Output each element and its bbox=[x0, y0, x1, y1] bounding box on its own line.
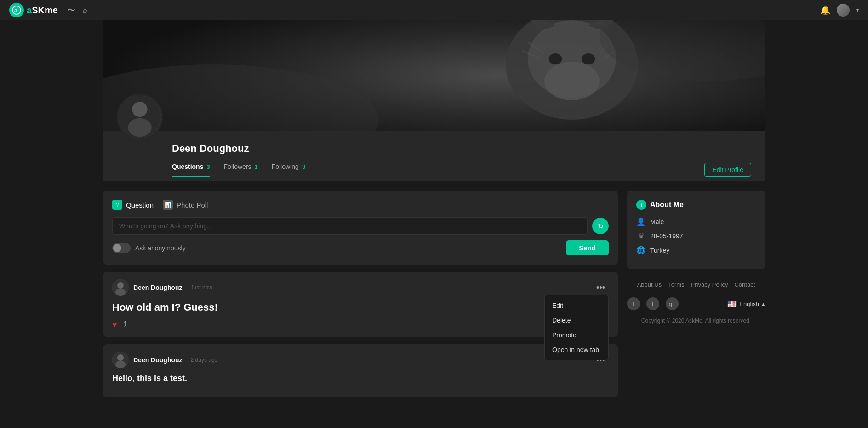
left-column: ? Question 📊 Photo Poll ↻ bbox=[103, 191, 618, 405]
cover-photo bbox=[103, 20, 765, 131]
birthday-value: 28-05-1997 bbox=[650, 232, 683, 240]
post-user-2: Deen Doughouz 2 days ago bbox=[112, 352, 217, 368]
about-title: i About Me bbox=[636, 200, 756, 210]
post-time-1: Just now bbox=[191, 284, 212, 291]
trending-icon[interactable]: 〜 bbox=[67, 5, 75, 16]
tab-questions[interactable]: Questions 3 bbox=[172, 163, 210, 177]
nav-avatar-circle bbox=[837, 4, 850, 17]
poll-tab-label: Photo Poll bbox=[177, 201, 208, 209]
svg-point-18 bbox=[128, 118, 152, 137]
post-header-1: Deen Doughouz Just now ••• bbox=[112, 279, 609, 296]
dropdown-promote[interactable]: Promote bbox=[545, 328, 608, 342]
svg-point-8 bbox=[549, 53, 562, 64]
svg-point-21 bbox=[115, 289, 126, 296]
svg-point-23 bbox=[117, 354, 124, 361]
post-avatar-1 bbox=[112, 279, 129, 296]
logo[interactable]: a aSKme bbox=[9, 3, 58, 17]
profile-name: Deen Doughouz bbox=[172, 143, 249, 154]
location-value: Turkey bbox=[650, 247, 669, 254]
gender-icon: 👤 bbox=[636, 217, 645, 226]
bell-icon[interactable]: 🔔 bbox=[820, 5, 830, 15]
poll-tab-icon: 📊 bbox=[163, 200, 173, 210]
footer-link-privacy[interactable]: Privacy Policy bbox=[691, 281, 728, 288]
ask-input[interactable] bbox=[112, 217, 588, 235]
svg-point-17 bbox=[132, 102, 147, 117]
footer-link-about[interactable]: About Us bbox=[637, 281, 662, 288]
post-dropdown-1: Edit Delete Promote Open in new tab bbox=[544, 295, 609, 360]
footer-link-terms[interactable]: Terms bbox=[668, 281, 684, 288]
share-button-1[interactable]: ⤴ bbox=[123, 320, 127, 330]
question-tab-label: Question bbox=[126, 201, 154, 209]
language-label: English bbox=[739, 301, 759, 307]
post-content-2: Hello, this is a test. bbox=[112, 374, 609, 383]
post-username-1: Deen Doughouz bbox=[133, 284, 183, 291]
footer-links: About Us Terms Privacy Policy Contact bbox=[627, 277, 765, 293]
post-card-1: Deen Doughouz Just now ••• How old am I?… bbox=[103, 272, 618, 337]
post-avatar-2 bbox=[112, 352, 129, 368]
post-time-2: 2 days ago bbox=[191, 357, 218, 363]
dropdown-delete[interactable]: Delete bbox=[545, 313, 608, 328]
dropdown-open-new-tab[interactable]: Open in new tab bbox=[545, 342, 608, 357]
post-content-1: How old am I? Guess! bbox=[112, 301, 609, 313]
footer-copyright: Copyright © 2020 AskMe. All rights reser… bbox=[627, 315, 765, 327]
avatar bbox=[117, 94, 163, 140]
refresh-button[interactable]: ↻ bbox=[592, 218, 609, 234]
post-menu-button-1[interactable]: ••• bbox=[593, 281, 609, 295]
about-title-text: About Me bbox=[650, 201, 684, 209]
user-avatar-nav[interactable] bbox=[837, 4, 850, 17]
svg-point-20 bbox=[117, 282, 124, 289]
footer-link-contact[interactable]: Contact bbox=[734, 281, 755, 288]
anon-toggle-switch[interactable] bbox=[112, 243, 131, 253]
tab-followers[interactable]: Followers 1 bbox=[224, 163, 258, 177]
like-button-1[interactable]: ♥ bbox=[112, 320, 117, 330]
lang-arrow: ▴ bbox=[762, 301, 765, 307]
location-icon: 🌐 bbox=[636, 246, 645, 254]
navbar-icons: 〜 ⌕ bbox=[67, 5, 88, 16]
toggle-knob bbox=[113, 244, 121, 252]
navbar: a aSKme 〜 ⌕ 🔔 ▾ bbox=[0, 0, 868, 20]
search-icon[interactable]: ⌕ bbox=[83, 6, 88, 15]
question-tab-icon: ? bbox=[112, 200, 122, 210]
birthday-icon: ♛ bbox=[636, 231, 645, 240]
right-column: i About Me 👤 Male ♛ 28-05-1997 🌐 Turkey bbox=[627, 191, 765, 327]
svg-point-24 bbox=[115, 361, 126, 368]
about-gender: 👤 Male bbox=[636, 217, 756, 226]
profile-tabs: Questions 3 Followers 1 Following 3 bbox=[172, 163, 305, 177]
ask-box: ? Question 📊 Photo Poll ↻ bbox=[103, 191, 618, 265]
tab-followers-count: 1 bbox=[254, 163, 257, 170]
facebook-icon[interactable]: f bbox=[627, 297, 640, 310]
ask-input-row: ↻ bbox=[112, 217, 609, 235]
tab-following-count: 3 bbox=[302, 163, 305, 170]
about-location: 🌐 Turkey bbox=[636, 246, 756, 254]
svg-text:a: a bbox=[14, 7, 17, 14]
anon-toggle: Ask anonymously bbox=[112, 243, 186, 253]
send-button[interactable]: Send bbox=[566, 240, 609, 255]
post-header-2: Deen Doughouz 2 days ago ••• bbox=[112, 352, 609, 368]
gender-value: Male bbox=[650, 218, 664, 226]
anon-label: Ask anonymously bbox=[135, 244, 186, 252]
tab-questions-label: Questions bbox=[172, 163, 203, 170]
ask-tabs: ? Question 📊 Photo Poll bbox=[112, 200, 609, 210]
info-icon: i bbox=[636, 200, 646, 210]
svg-point-7 bbox=[544, 62, 600, 100]
about-card: i About Me 👤 Male ♛ 28-05-1997 🌐 Turkey bbox=[627, 191, 765, 269]
nav-dropdown-arrow[interactable]: ▾ bbox=[856, 7, 859, 13]
googleplus-icon[interactable]: g+ bbox=[666, 297, 679, 310]
ask-footer: Ask anonymously Send bbox=[112, 240, 609, 255]
profile-name-area: Deen Doughouz bbox=[172, 143, 249, 155]
twitter-icon[interactable]: t bbox=[646, 297, 659, 310]
profile-section: Deen Doughouz Questions 3 Followers 1 Fo… bbox=[103, 131, 765, 181]
tab-following[interactable]: Following 3 bbox=[272, 163, 305, 177]
profile-tabs-bar: Questions 3 Followers 1 Following 3 Edit… bbox=[103, 158, 765, 181]
poll-tab[interactable]: 📊 Photo Poll bbox=[163, 200, 208, 210]
language-selector[interactable]: 🇺🇸 English ▴ bbox=[727, 300, 765, 308]
edit-profile-button[interactable]: Edit Profile bbox=[704, 163, 751, 177]
flag-icon: 🇺🇸 bbox=[727, 300, 737, 308]
navbar-right: 🔔 ▾ bbox=[820, 4, 859, 17]
question-tab[interactable]: ? Question bbox=[112, 200, 154, 210]
logo-text: aSKme bbox=[27, 5, 58, 16]
post-card-2: Deen Doughouz 2 days ago ••• Hello, this… bbox=[103, 344, 618, 397]
footer-social: f t g+ 🇺🇸 English ▴ bbox=[627, 293, 765, 315]
logo-icon: a bbox=[9, 3, 24, 17]
dropdown-edit[interactable]: Edit bbox=[545, 298, 608, 313]
